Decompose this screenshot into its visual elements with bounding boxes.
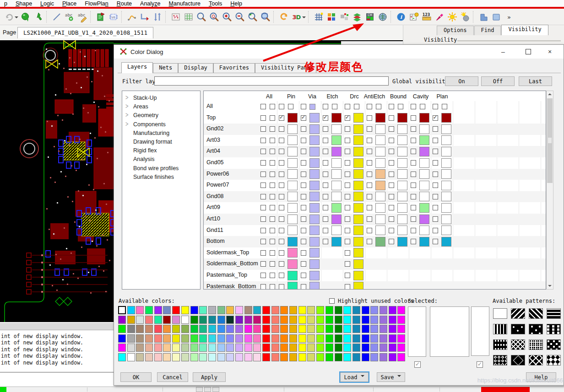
palette-color-swatch[interactable] <box>362 344 369 352</box>
palette-color-swatch[interactable] <box>181 306 189 314</box>
copy-symbol-icon[interactable] <box>94 11 107 23</box>
menu-item-help[interactable]: Help <box>226 0 246 7</box>
palette-color-swatch[interactable] <box>145 334 153 343</box>
layer-color-swatch[interactable] <box>331 226 342 235</box>
visibility-checkbox[interactable] <box>345 172 350 177</box>
palette-color-swatch[interactable] <box>289 353 297 361</box>
layer-color-swatch[interactable] <box>353 248 363 258</box>
palette-color-swatch[interactable] <box>172 306 180 314</box>
palette-color-swatch[interactable] <box>199 325 207 333</box>
pattern-swatch-h-lines[interactable] <box>547 308 561 319</box>
palette-color-swatch[interactable] <box>280 316 288 324</box>
palette-color-swatch[interactable] <box>289 306 297 314</box>
menu-item-analyze[interactable]: Analyze <box>136 0 164 7</box>
layer-color-swatch[interactable] <box>397 135 407 145</box>
layer-color-swatch[interactable] <box>331 192 342 201</box>
visibility-checkbox[interactable] <box>323 183 328 188</box>
palette-color-swatch[interactable] <box>316 316 324 324</box>
visibility-checkbox[interactable] <box>323 194 328 199</box>
visibility-checkbox[interactable] <box>270 216 275 222</box>
visibility-checkbox[interactable] <box>345 183 350 188</box>
visibility-checkbox[interactable] <box>279 126 284 132</box>
visibility-checkbox[interactable] <box>367 104 372 109</box>
visibility-checkbox[interactable] <box>345 126 350 132</box>
palette-color-swatch[interactable] <box>244 306 252 314</box>
chevron-right-icon[interactable]: > <box>125 120 128 128</box>
layer-color-swatch[interactable] <box>419 113 429 123</box>
palette-color-swatch[interactable] <box>362 353 369 361</box>
3d-view-icon[interactable]: 3D <box>290 11 303 23</box>
menu-item-flowplan[interactable]: FlowPlan <box>81 0 112 7</box>
palette-color-swatch[interactable] <box>289 344 297 352</box>
palette-color-swatch[interactable] <box>118 306 126 314</box>
palette-color-swatch[interactable] <box>226 306 234 314</box>
palette-color-swatch[interactable] <box>352 316 360 324</box>
pattern-swatch-diag-up[interactable] <box>529 308 543 319</box>
visibility-checkbox[interactable] <box>367 160 372 166</box>
palette-color-swatch[interactable] <box>280 334 288 343</box>
layer-color-swatch[interactable] <box>375 124 385 134</box>
palette-color-swatch[interactable] <box>172 344 180 352</box>
layer-color-swatch[interactable] <box>397 203 407 213</box>
palette-color-swatch[interactable] <box>325 334 333 343</box>
visibility-checkbox[interactable] <box>279 138 284 143</box>
layer-color-swatch[interactable] <box>309 248 320 258</box>
visibility-checkbox[interactable] <box>270 239 275 244</box>
color-priority-icon[interactable] <box>338 11 351 23</box>
visibility-checkbox[interactable] <box>270 104 275 109</box>
palette-color-swatch[interactable] <box>335 325 342 333</box>
layer-color-swatch[interactable] <box>441 203 451 213</box>
palette-color-swatch[interactable] <box>181 334 189 343</box>
palette-color-swatch[interactable] <box>343 325 351 333</box>
palette-color-swatch[interactable] <box>289 316 297 324</box>
palette-color-swatch[interactable] <box>280 325 288 333</box>
pattern-swatch-v-lines[interactable] <box>493 324 507 334</box>
save-button[interactable]: Save <box>377 372 405 382</box>
palette-color-swatch[interactable] <box>208 325 216 333</box>
redraw-icon[interactable] <box>277 11 290 23</box>
visibility-checkbox[interactable] <box>367 239 372 244</box>
palette-color-swatch[interactable] <box>298 334 306 343</box>
menu-item-route[interactable]: Route <box>113 0 136 7</box>
palette-color-swatch[interactable] <box>397 334 405 343</box>
dialog-tab-layers[interactable]: Layers <box>121 62 153 73</box>
palette-color-swatch[interactable] <box>244 353 252 361</box>
table-scrollbar[interactable] <box>546 91 553 290</box>
dialog-tab-nets[interactable]: Nets <box>153 63 178 73</box>
palette-color-swatch[interactable] <box>343 334 351 343</box>
visibility-checkbox[interactable] <box>433 104 438 109</box>
visibility-checkbox[interactable] <box>345 138 350 143</box>
visibility-checkbox[interactable] <box>411 239 416 244</box>
palette-color-swatch[interactable] <box>389 316 396 324</box>
pattern-swatch-circles[interactable] <box>493 355 507 365</box>
visibility-checkbox[interactable] <box>260 138 266 143</box>
palette-color-swatch[interactable] <box>343 316 351 324</box>
ok-button[interactable]: OK <box>120 372 152 382</box>
layer-color-swatch[interactable] <box>331 158 342 168</box>
layer-color-swatch[interactable] <box>309 203 320 213</box>
layer-color-swatch[interactable] <box>397 192 407 201</box>
palette-color-swatch[interactable] <box>118 325 126 333</box>
visibility-checkbox[interactable] <box>433 183 438 188</box>
design-canvas-sliver[interactable] <box>114 40 403 44</box>
palette-color-swatch[interactable] <box>370 344 378 352</box>
layer-color-swatch[interactable] <box>309 104 315 110</box>
visibility-checkbox[interactable] <box>260 104 266 109</box>
visibility-checkbox[interactable] <box>411 216 416 222</box>
visibility-checkbox[interactable] <box>323 149 328 154</box>
palette-color-swatch[interactable] <box>190 344 198 352</box>
layer-color-swatch[interactable] <box>309 158 320 168</box>
layer-color-swatch[interactable] <box>375 215 385 224</box>
pattern-swatch-plus[interactable] <box>529 324 543 334</box>
layer-color-swatch[interactable] <box>441 169 451 179</box>
visibility-checkbox[interactable] <box>354 104 359 109</box>
palette-color-swatch[interactable] <box>325 344 333 352</box>
layer-color-swatch[interactable] <box>419 158 429 168</box>
palette-color-swatch[interactable] <box>362 306 369 314</box>
visibility-checkbox[interactable] <box>411 172 416 177</box>
visibility-checkbox[interactable] <box>279 183 284 188</box>
visibility-checkbox[interactable] <box>279 284 284 290</box>
palette-color-swatch[interactable] <box>199 316 207 324</box>
palette-color-swatch[interactable] <box>343 306 351 314</box>
layer-color-swatch[interactable] <box>375 203 385 213</box>
